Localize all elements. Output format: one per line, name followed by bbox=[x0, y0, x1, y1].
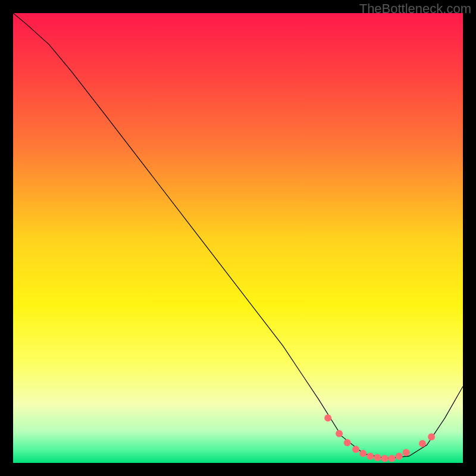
marker-dot bbox=[352, 446, 359, 453]
marker-dot bbox=[359, 450, 367, 457]
marker-dot bbox=[367, 453, 374, 460]
chart-background bbox=[13, 13, 463, 463]
chart-container: TheBottleneck.com bbox=[0, 0, 476, 476]
marker-dot bbox=[389, 455, 396, 462]
chart-svg bbox=[0, 0, 476, 476]
marker-dot bbox=[324, 414, 331, 421]
attribution-text: TheBottleneck.com bbox=[359, 1, 471, 17]
marker-dot bbox=[403, 449, 410, 456]
marker-dot bbox=[374, 454, 381, 461]
marker-dot bbox=[336, 430, 343, 437]
marker-dot bbox=[419, 440, 426, 447]
marker-dot bbox=[396, 453, 403, 460]
marker-dot bbox=[428, 433, 435, 440]
marker-dot bbox=[344, 439, 351, 446]
marker-dot bbox=[381, 455, 388, 462]
